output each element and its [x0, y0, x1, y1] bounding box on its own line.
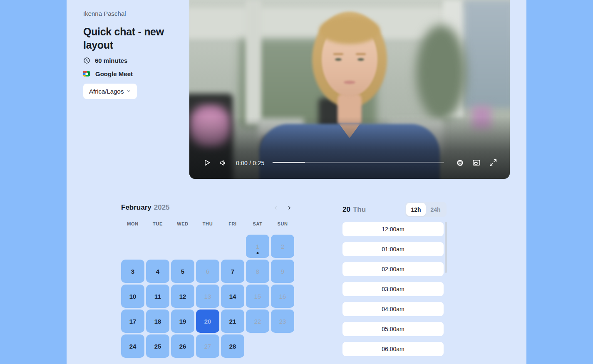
calendar-day-number: 6 [206, 268, 209, 275]
picture-in-picture-icon[interactable] [471, 158, 481, 168]
location-label: Google Meet [95, 70, 133, 77]
booking-page: Ikenna Paschal Quick chat - new layout 6… [0, 0, 593, 364]
calendar-month: February [121, 203, 151, 212]
calendar-day-number: 15 [254, 293, 261, 300]
calendar-day-number: 12 [179, 293, 186, 300]
presenter-brow [356, 53, 366, 55]
calendar-day[interactable]: 10 [121, 285, 144, 308]
weekday-label: FRI [221, 221, 244, 226]
timezone-value: Africa/Lagos [89, 88, 124, 95]
fullscreen-icon[interactable] [488, 158, 498, 168]
calendar-day[interactable]: 21 [221, 310, 244, 333]
calendar-day-number: 21 [229, 318, 236, 325]
calendar-day: 9 [271, 260, 294, 283]
calendar: February 2025 MONT [121, 203, 294, 358]
weekday-row: MONTUEWEDTHUFRISATSUN [121, 221, 294, 226]
controls-gradient [189, 116, 510, 179]
time-slot[interactable]: 12:00am [342, 222, 444, 236]
progress-played [273, 162, 305, 163]
volume-button[interactable] [218, 158, 228, 168]
calendar-day-number: 28 [229, 343, 236, 350]
calendar-day-number: 17 [129, 318, 136, 325]
calendar-day-number: 13 [204, 293, 211, 300]
selected-day-weekday: Thu [353, 206, 366, 214]
calendar-day[interactable]: 4 [146, 260, 169, 283]
calendar-day-number: 27 [204, 343, 211, 350]
google-meet-icon [83, 71, 91, 77]
weekday-label: THU [196, 221, 219, 226]
calendar-day[interactable]: 17 [121, 310, 144, 333]
time-panel: 20 Thu 12h 24h 12:00am01:00am02:00am03:0… [342, 202, 448, 356]
timezone-select[interactable]: Africa/Lagos [83, 84, 137, 99]
clock-icon [83, 57, 90, 64]
calendar-day[interactable]: 14 [221, 285, 244, 308]
calendar-day-number: 22 [254, 318, 261, 325]
calendar-day-number: 14 [229, 293, 236, 300]
calendar-day-number: 5 [181, 268, 184, 275]
settings-icon[interactable] [455, 158, 465, 168]
calendar-day[interactable]: 19 [171, 310, 194, 333]
time-slot[interactable]: 03:00am [342, 282, 444, 296]
calendar-day-number: 18 [154, 318, 161, 325]
calendar-day-number: 20 [204, 318, 211, 325]
calendar-day[interactable]: 3 [121, 260, 144, 283]
calendar-header: February 2025 [121, 203, 294, 213]
calendar-day[interactable]: 11 [146, 285, 169, 308]
time-slot[interactable]: 06:00am [342, 342, 444, 356]
time-panel-header: 20 Thu 12h 24h [342, 202, 448, 217]
weekday-label: SUN [271, 221, 294, 226]
weekday-label: TUE [146, 221, 169, 226]
calendar-day: 2 [271, 235, 294, 258]
calendar-day[interactable]: 28 [221, 334, 244, 358]
calendar-day[interactable]: 5 [171, 260, 194, 283]
calendar-day[interactable]: 25 [146, 334, 169, 358]
calendar-day-number: 16 [279, 293, 286, 300]
presenter-eye [357, 58, 364, 61]
calendar-day-number: 24 [129, 343, 136, 350]
scene-pillar [246, 0, 261, 125]
calendar-grid: 1234567891011121314151617181920212223242… [121, 235, 294, 358]
calendar-day-number: 9 [281, 268, 284, 275]
calendar-day-number: 8 [256, 268, 259, 275]
toggle-12h[interactable]: 12h [406, 203, 426, 216]
video-player[interactable]: 0:00 / 0:25 [189, 0, 510, 179]
selected-day-number: 20 [342, 206, 350, 214]
calendar-day[interactable]: 26 [171, 334, 194, 358]
calendar-day[interactable]: 18 [146, 310, 169, 333]
calendar-day-number: 25 [154, 343, 161, 350]
time-slot[interactable]: 05:00am [342, 322, 444, 336]
calendar-day-number: 10 [129, 293, 136, 300]
calendar-day[interactable]: 12 [171, 285, 194, 308]
calendar-day[interactable]: 7 [221, 260, 244, 283]
presenter-brow [333, 53, 343, 55]
progress-bar[interactable] [273, 162, 444, 163]
next-month-button[interactable] [284, 203, 294, 213]
play-button[interactable] [202, 158, 212, 168]
duration-row: 60 minutes [83, 57, 127, 64]
calendar-day: 1 [246, 235, 269, 258]
toggle-24h[interactable]: 24h [426, 203, 445, 216]
time-slot[interactable]: 02:00am [342, 262, 444, 276]
time-slot[interactable]: 01:00am [342, 242, 444, 256]
duration-label: 60 minutes [95, 57, 127, 64]
prev-month-button [270, 203, 280, 213]
calendar-day[interactable]: 24 [121, 334, 144, 358]
host-name: Ikenna Paschal [83, 10, 126, 17]
scrollbar-thumb[interactable] [445, 222, 447, 273]
today-dot [257, 252, 259, 254]
time-display: 0:00 / 0:25 [236, 160, 264, 166]
calendar-day-number: 7 [231, 268, 234, 275]
weekday-label: MON [121, 221, 144, 226]
presenter-hairline [319, 17, 380, 44]
calendar-day-number: 11 [154, 293, 161, 300]
scene-window-mountains [464, 0, 510, 108]
calendar-day-number: 19 [179, 318, 186, 325]
time-slot[interactable]: 04:00am [342, 302, 444, 316]
time-format-toggle: 12h 24h [405, 202, 447, 217]
scene-tree [416, 25, 466, 121]
calendar-day: 13 [196, 285, 219, 308]
calendar-day: 27 [196, 334, 219, 358]
calendar-day-number: 3 [131, 268, 134, 275]
calendar-year: 2025 [154, 203, 170, 212]
calendar-day[interactable]: 20 [196, 310, 219, 333]
